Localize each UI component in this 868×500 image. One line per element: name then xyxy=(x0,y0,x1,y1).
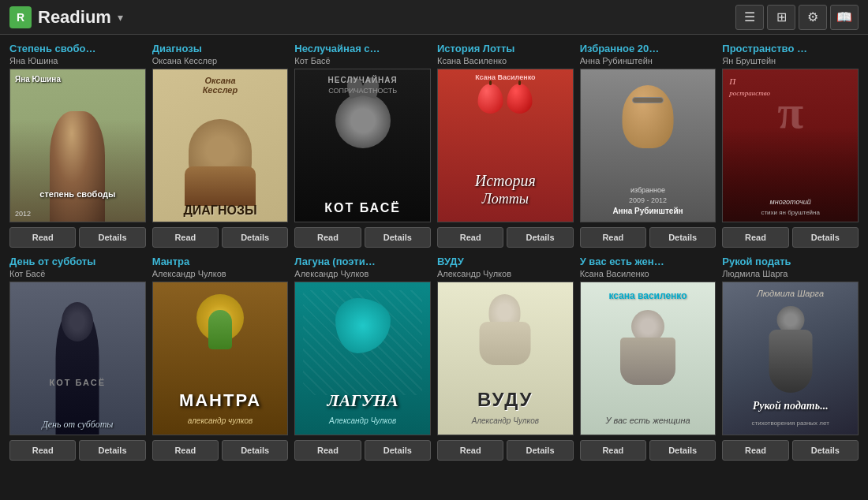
read-button[interactable]: Read xyxy=(9,227,76,248)
book-item: Мантра Александр Чулков МАНТРА александр… xyxy=(152,256,289,461)
read-button[interactable]: Read xyxy=(722,227,788,248)
list-view-button[interactable]: ☰ xyxy=(735,5,764,30)
book-actions: Read Details xyxy=(580,440,716,461)
book-cover-inner: ОксанаКесслер ДИАГНОЗЫ xyxy=(153,69,288,222)
book-actions: Read Details xyxy=(580,227,716,248)
book-cover-inner: МАНТРА александр чулков xyxy=(153,282,288,435)
read-button[interactable]: Read xyxy=(722,440,788,461)
book-author: Яна Юшина xyxy=(9,56,146,65)
book-cover: НЕСЛУЧАЙНАЯ СОПРИЧАСТНОСТЬ КОТ БАСЁ xyxy=(294,69,431,222)
book-title: Пространство … xyxy=(722,43,859,54)
read-button[interactable]: Read xyxy=(294,440,361,461)
book-cover-inner: π Пространство многоточий стихи ян брушт… xyxy=(723,69,858,222)
read-button[interactable]: Read xyxy=(437,227,503,248)
book-item: У вас есть жен… Ксана Василенко ксана ва… xyxy=(580,256,716,461)
book-item: Избранное 20… Анна Рубинштейн избранное … xyxy=(580,43,716,248)
main-content: Степень свобо… Яна Юшина Яна Юшина степе… xyxy=(0,35,868,500)
details-button[interactable]: Details xyxy=(792,227,859,248)
book-author: Александр Чулков xyxy=(294,269,431,278)
book-cover: Ксана Василенко История Лотты xyxy=(437,69,574,222)
book-cover: Людмила Шарга Рукой подать... стихотворе… xyxy=(722,282,859,435)
book-actions: Read Details xyxy=(294,227,431,248)
details-button[interactable]: Details xyxy=(365,227,431,248)
dropdown-arrow-icon[interactable]: ▾ xyxy=(118,11,123,24)
book-actions: Read Details xyxy=(152,440,289,461)
book-item: Лагуна (поэти… Александр Чулков ЛАГУНА А… xyxy=(294,256,431,461)
book-cover: ксана василенко У вас есть женщина xyxy=(580,282,716,435)
book-grid: Степень свобо… Яна Юшина Яна Юшина степе… xyxy=(9,43,859,461)
book-author: Кот Басё xyxy=(294,56,431,65)
book-author: Людмила Шарга xyxy=(722,269,859,278)
read-button[interactable]: Read xyxy=(152,440,219,461)
book-actions: Read Details xyxy=(437,440,574,461)
book-item: История Лотты Ксана Василенко Ксана Васи… xyxy=(437,43,574,248)
book-item: ВУДУ Александр Чулков ВУДУ Александр Чул… xyxy=(437,256,574,461)
book-cover: Яна Юшина степень свободы 2012 xyxy=(9,69,146,222)
book-title: Неслучайная с… xyxy=(294,43,431,54)
details-button[interactable]: Details xyxy=(507,227,573,248)
book-item: Пространство … Ян Бруштейн π Пространств… xyxy=(722,43,859,248)
details-button[interactable]: Details xyxy=(649,440,716,461)
details-button[interactable]: Details xyxy=(792,440,859,461)
book-title: Избранное 20… xyxy=(580,43,716,54)
details-button[interactable]: Details xyxy=(365,440,431,461)
book-actions: Read Details xyxy=(294,440,431,461)
details-button[interactable]: Details xyxy=(79,440,145,461)
book-author: Ксана Василенко xyxy=(580,269,716,278)
read-button[interactable]: Read xyxy=(152,227,219,248)
book-title: Степень свобо… xyxy=(9,43,146,54)
book-cover-inner: Яна Юшина степень свободы 2012 xyxy=(10,69,145,222)
book-cover: π Пространство многоточий стихи ян брушт… xyxy=(722,69,859,222)
app-name: Readium xyxy=(38,7,111,28)
book-actions: Read Details xyxy=(722,440,859,461)
book-cover: ОксанаКесслер ДИАГНОЗЫ xyxy=(152,69,289,222)
header-right: ☰ ⊞ ⚙ 📖 xyxy=(735,5,859,30)
book-cover-inner: избранное 2009 - 2012 Анна Рубинштейн xyxy=(581,69,716,222)
details-button[interactable]: Details xyxy=(507,440,573,461)
details-button[interactable]: Details xyxy=(222,440,288,461)
book-author: Александр Чулков xyxy=(152,269,289,278)
book-cover-inner: НЕСЛУЧАЙНАЯ СОПРИЧАСТНОСТЬ КОТ БАСЁ xyxy=(295,69,430,222)
details-button[interactable]: Details xyxy=(79,227,145,248)
book-author: Анна Рубинштейн xyxy=(580,56,716,65)
read-button[interactable]: Read xyxy=(437,440,503,461)
book-author: Кот Басё xyxy=(9,269,146,278)
book-title: Рукой подать xyxy=(722,256,859,267)
book-cover-inner: ВУДУ Александр Чулков xyxy=(438,282,573,435)
book-cover: избранное 2009 - 2012 Анна Рубинштейн xyxy=(580,69,716,222)
book-cover: МАНТРА александр чулков xyxy=(152,282,289,435)
read-button[interactable]: Read xyxy=(294,227,361,248)
book-item: Неслучайная с… Кот Басё НЕСЛУЧАЙНАЯ СОПР… xyxy=(294,43,431,248)
grid-view-button[interactable]: ⊞ xyxy=(767,5,795,30)
book-item: Рукой подать Людмила Шарга Людмила Шарга… xyxy=(722,256,859,461)
read-button[interactable]: Read xyxy=(580,227,646,248)
book-title: Лагуна (поэти… xyxy=(294,256,431,267)
book-author: Александр Чулков xyxy=(437,269,574,278)
book-title: История Лотты xyxy=(437,43,574,54)
settings-button[interactable]: ⚙ xyxy=(799,5,827,30)
book-cover-inner: Ксана Василенко История Лотты xyxy=(438,69,573,222)
details-button[interactable]: Details xyxy=(649,227,716,248)
book-cover-inner: День от субботы КОТ БАСЁ xyxy=(10,282,145,435)
book-item: Степень свобо… Яна Юшина Яна Юшина степе… xyxy=(9,43,146,248)
details-button[interactable]: Details xyxy=(222,227,288,248)
book-item: День от субботы Кот Басё День от субботы… xyxy=(9,256,146,461)
book-author: Ксана Василенко xyxy=(437,56,574,65)
book-cover: День от субботы КОТ БАСЁ xyxy=(9,282,146,435)
book-cover-inner: ЛАГУНА Александр Чулков xyxy=(295,282,430,435)
book-title: День от субботы xyxy=(9,256,146,267)
header: R Readium ▾ ☰ ⊞ ⚙ 📖 xyxy=(0,0,868,35)
book-actions: Read Details xyxy=(9,227,146,248)
book-actions: Read Details xyxy=(722,227,859,248)
book-title: У вас есть жен… xyxy=(580,256,716,267)
header-left: R Readium ▾ xyxy=(9,6,123,28)
book-title: Мантра xyxy=(152,256,289,267)
book-title: Диагнозы xyxy=(152,43,289,54)
book-cover-inner: Людмила Шарга Рукой подать... стихотворе… xyxy=(723,282,858,435)
read-button[interactable]: Read xyxy=(580,440,646,461)
book-actions: Read Details xyxy=(9,440,146,461)
book-item: Диагнозы Оксана Кесслер ОксанаКесслер ДИ… xyxy=(152,43,289,248)
add-book-button[interactable]: 📖 xyxy=(830,5,859,30)
read-button[interactable]: Read xyxy=(9,440,76,461)
book-cover: ВУДУ Александр Чулков xyxy=(437,282,574,435)
